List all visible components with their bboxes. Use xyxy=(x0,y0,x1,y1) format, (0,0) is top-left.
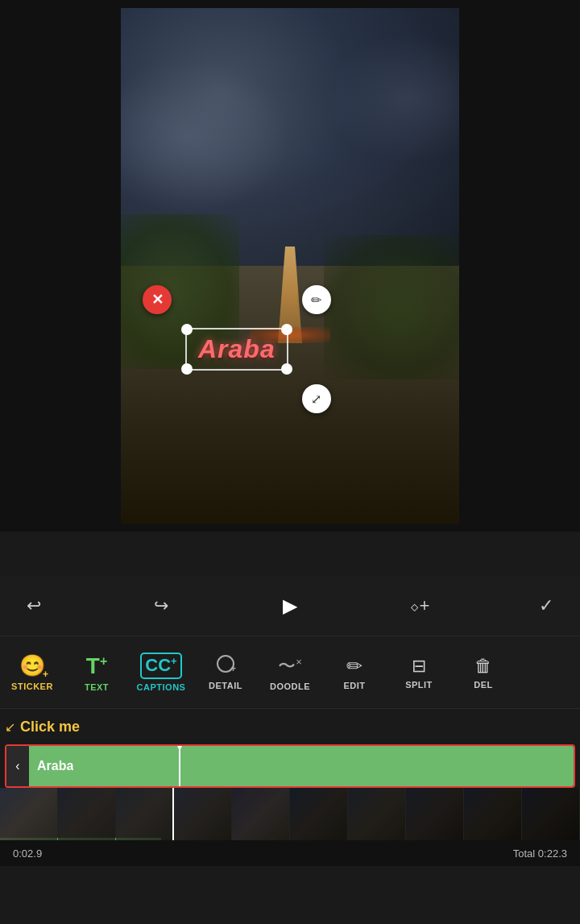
thumb-8 xyxy=(406,788,464,840)
text-icon: T+ xyxy=(86,653,107,679)
playhead-strip xyxy=(172,788,174,840)
toolbar: ↩ ↪ ▶ ⬦+ ✓ xyxy=(0,576,580,636)
tool-del[interactable]: 🗑 DEL xyxy=(451,640,516,705)
thumb-5 xyxy=(232,788,290,840)
tool-split[interactable]: ⊟ SPLIT xyxy=(387,640,451,705)
video-preview: Araba ✕ ✏ ⤢ xyxy=(0,0,580,532)
handle-top-left[interactable] xyxy=(181,324,193,335)
tool-doodle[interactable]: 〜× DOODLE xyxy=(258,640,322,705)
del-icon: 🗑 xyxy=(474,656,492,677)
split-label: SPLIT xyxy=(405,680,433,690)
edit-label: EDIT xyxy=(343,681,365,690)
add-button[interactable]: ⬦+ xyxy=(402,588,437,624)
play-button[interactable]: ▶ xyxy=(270,586,310,626)
edit-overlay-button[interactable]: ✏ xyxy=(302,285,331,314)
track-scroll-left-button[interactable]: ‹ xyxy=(6,746,29,786)
tool-text[interactable]: T+ TEXT xyxy=(64,640,129,705)
time-current: 0:02.9 xyxy=(13,847,42,860)
thumb-9 xyxy=(464,788,522,840)
time-bar: 0:02.9 Total 0:22.3 xyxy=(0,840,580,866)
text-overlay[interactable]: Araba ✕ ✏ ⤢ xyxy=(185,328,288,371)
video-background xyxy=(121,8,459,524)
trees-right xyxy=(324,235,459,379)
del-label: DEL xyxy=(474,680,493,690)
click-me-row: ↙ Click me xyxy=(0,709,580,744)
thumb-10 xyxy=(522,788,580,840)
sticker-label: STICKER xyxy=(11,682,53,691)
dark-gap xyxy=(0,532,580,576)
done-button[interactable]: ✓ xyxy=(528,588,564,624)
timeline-highlight: ‹ Araba xyxy=(5,744,575,788)
timeline-area: ↙ Click me ‹ Araba xyxy=(0,709,580,840)
click-me-label: Click me xyxy=(20,719,80,735)
resize-overlay-button[interactable]: ⤢ xyxy=(302,384,331,413)
time-total: Total 0:22.3 xyxy=(513,847,567,860)
tool-edit[interactable]: ✏ EDIT xyxy=(322,640,387,705)
thumb-1 xyxy=(0,788,58,840)
handle-top-right[interactable] xyxy=(281,324,292,335)
playhead xyxy=(179,746,180,786)
thumb-6 xyxy=(290,788,348,840)
doodle-icon: 〜× xyxy=(278,654,302,678)
tools-bar: 😊+ STICKER T+ TEXT CC+ CAPTIONS + DETAIL… xyxy=(0,636,580,709)
thumb-4 xyxy=(174,788,232,840)
tool-captions[interactable]: CC+ CAPTIONS xyxy=(129,640,193,705)
doodle-label: DOODLE xyxy=(270,682,310,691)
track-clip-label: Araba xyxy=(37,759,73,773)
split-icon: ⊟ xyxy=(412,656,426,677)
handle-bottom-left[interactable] xyxy=(181,363,193,375)
thumb-3 xyxy=(116,788,174,840)
delete-overlay-button[interactable]: ✕ xyxy=(143,285,172,314)
captions-label: CAPTIONS xyxy=(137,682,186,692)
handle-bottom-right[interactable] xyxy=(281,363,292,375)
tool-detail[interactable]: + DETAIL xyxy=(193,640,258,705)
track-clip[interactable]: Araba xyxy=(29,746,574,786)
click-me-arrow-icon: ↙ xyxy=(5,719,15,735)
edit-icon: ✏ xyxy=(346,655,362,677)
redo-button[interactable]: ↪ xyxy=(143,588,179,624)
sticker-icon: 😊+ xyxy=(19,653,45,678)
thumb-7 xyxy=(348,788,406,840)
click-me-hint: ↙ Click me xyxy=(5,719,80,735)
detail-label: DETAIL xyxy=(209,681,242,690)
thumbnail-strip xyxy=(0,788,580,840)
detail-icon: + xyxy=(217,655,234,677)
undo-button[interactable]: ↩ xyxy=(16,588,52,624)
overlay-text: Araba xyxy=(198,334,276,363)
text-label: TEXT xyxy=(85,682,109,692)
thumb-2 xyxy=(58,788,116,840)
captions-icon: CC+ xyxy=(140,653,181,678)
tool-sticker[interactable]: 😊+ STICKER xyxy=(0,640,64,705)
track-row[interactable]: ‹ Araba xyxy=(6,746,574,786)
